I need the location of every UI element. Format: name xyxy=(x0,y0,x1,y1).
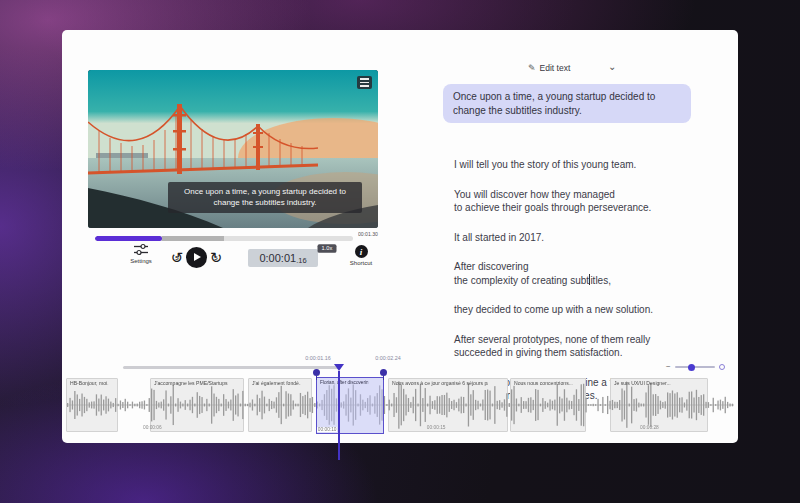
current-time-display: 0:00:01.16 xyxy=(248,249,318,267)
settings-sliders-icon xyxy=(134,243,148,256)
video-progress-bar[interactable] xyxy=(95,236,353,241)
settings-label: Settings xyxy=(130,258,152,264)
playback-speed-badge[interactable]: 1.0x xyxy=(318,244,337,253)
segment-label: HB-Bonjour, moi... xyxy=(70,381,108,386)
subtitle-paragraph[interactable]: After discoveringthe complexity of creat… xyxy=(454,260,716,287)
segment-label: J'accompagne les PME/Startups dans... xyxy=(154,381,228,386)
pencil-icon: ✎ xyxy=(528,63,536,73)
segment-label: J'ai également fondé... xyxy=(252,381,300,386)
active-subtitle-block[interactable]: Once upon a time, a young startup decide… xyxy=(443,84,691,123)
zoom-knob[interactable] xyxy=(688,364,695,371)
settings-button[interactable]: Settings xyxy=(124,243,158,264)
timeline-zoom-slider[interactable]: − xyxy=(666,363,725,371)
subtitle-paragraph[interactable]: It all started in 2017. xyxy=(454,231,716,245)
time-main: 0:00:01 xyxy=(259,252,296,264)
segment-start-time: 00:00:15 xyxy=(389,425,483,430)
info-icon: i xyxy=(355,245,368,258)
zoom-track[interactable] xyxy=(675,366,715,368)
timeline-scrollbar[interactable] xyxy=(123,366,339,369)
selection-start-time: 0:00:01.16 xyxy=(296,355,339,360)
selection-end-time: 0:00:02.24 xyxy=(366,355,409,360)
subtitle-overlay: Once upon a time, a young startup decide… xyxy=(168,182,362,213)
chevron-down-icon[interactable]: ⌄ xyxy=(608,61,616,72)
segment-start-time: 00:00:28 xyxy=(611,425,688,430)
subtitle-paragraph[interactable]: they decided to come up with a new solut… xyxy=(454,303,716,317)
selected-segment-start-time: 00:00:10 xyxy=(317,427,337,432)
selected-segment-label: Florian, after discovering.. xyxy=(320,380,368,385)
progress-played xyxy=(95,236,162,241)
segment-label: Nous nous concentrions... xyxy=(514,381,573,386)
video-menu-icon[interactable] xyxy=(357,76,372,89)
selection-right-handle[interactable] xyxy=(380,369,387,376)
edit-text-title: Edit text xyxy=(540,63,571,73)
shortcut-label: Shortcut xyxy=(350,260,372,266)
app-window: Once upon a time, a young startup decide… xyxy=(62,30,738,443)
rewind-5-button[interactable]: ↺5 xyxy=(168,249,186,267)
selection-left-handle[interactable] xyxy=(313,369,320,376)
timeline[interactable]: − 0:00:01.16 0:00:02.24 HB-Bonjour, moi.… xyxy=(62,355,738,443)
video-player[interactable]: Once upon a time, a young startup decide… xyxy=(88,70,378,228)
segment-label: Je suis UX/UI Designer... xyxy=(614,381,691,386)
video-duration-label: 00:01.30 xyxy=(358,232,378,237)
playhead-line xyxy=(338,371,340,460)
zoom-in-icon[interactable] xyxy=(719,364,725,370)
play-button[interactable] xyxy=(186,247,207,268)
selected-segment[interactable]: Florian, after discovering.. 00:00:10 xyxy=(316,377,384,434)
shortcut-button[interactable]: i Shortcut xyxy=(345,245,377,266)
edit-text-header[interactable]: ✎ Edit text xyxy=(528,63,570,73)
playhead[interactable] xyxy=(334,364,344,371)
segment-label: Nous avons à ce jour organisé 6 séjours … xyxy=(392,381,488,386)
subtitle-paragraph[interactable]: You will discover how they managedto ach… xyxy=(454,188,716,215)
zoom-out-icon[interactable]: − xyxy=(666,363,671,371)
segment-start-time: 00:00:06 xyxy=(143,425,162,430)
time-frames: .16 xyxy=(296,256,306,265)
forward-5-button[interactable]: ↻5 xyxy=(207,249,225,267)
subtitle-paragraph[interactable]: I will tell you the story of this young … xyxy=(454,158,716,172)
progress-buffered xyxy=(162,236,224,241)
